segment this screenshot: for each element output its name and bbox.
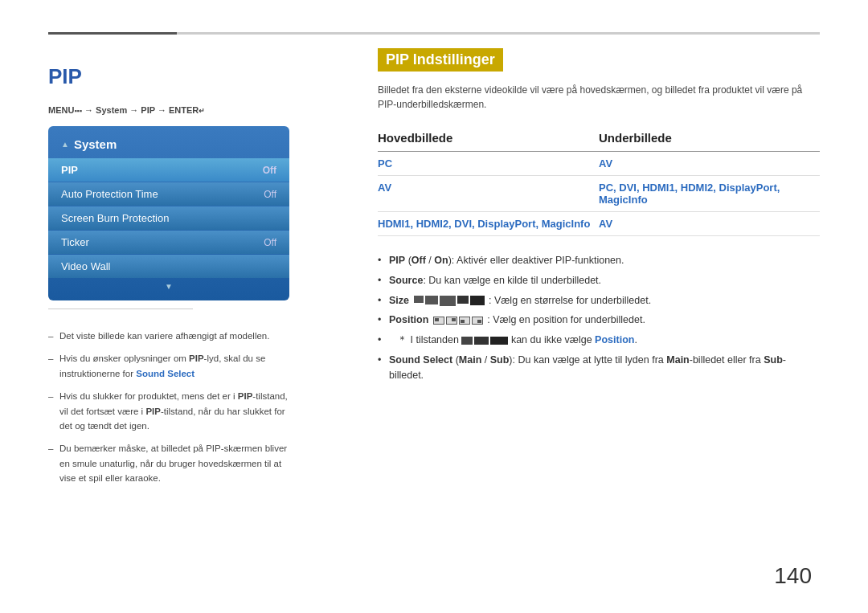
system-menu-title: System [48, 133, 289, 157]
table-row: AV PC, DVI, HDMI1, HDMI2, DisplayPort, M… [378, 176, 820, 212]
pip-bullets: PIP (Off / On): Aktivér eller deaktiver … [378, 251, 820, 385]
table-cell-main-2: AV [378, 176, 599, 212]
full-icon-3 [490, 337, 508, 345]
size-icon-2 [425, 296, 438, 304]
table-row: PC AV [378, 152, 820, 176]
full-icon-2 [474, 337, 489, 345]
menu-item-auto-protection-value: Off [264, 189, 276, 200]
pos-icon-tr [446, 317, 457, 325]
bullet-sound-select: Sound Select (Main / Sub): Du kan vælge … [378, 350, 820, 386]
menu-item-auto-protection[interactable]: Auto Protection Time Off [48, 182, 289, 206]
table-cell-main-3: HDMI1, HDMI2, DVI, DisplayPort, MagicInf… [378, 212, 599, 236]
note-item-3: Hvis du slukker for produktet, mens det … [48, 389, 297, 433]
menu-item-video-wall-label: Video Wall [61, 260, 110, 272]
menu-item-video-wall[interactable]: Video Wall [48, 255, 289, 278]
system-menu-box: System PIP Off Auto Protection Time Off … [48, 126, 289, 300]
menu-item-pip-label: PIP [61, 164, 78, 176]
table-header-sub: Underbillede [599, 126, 820, 152]
menu-item-screen-burn[interactable]: Screen Burn Protection [48, 206, 289, 230]
table-cell-sub-2: PC, DVI, HDMI1, HDMI2, DisplayPort, Magi… [599, 176, 820, 212]
size-icon-3 [440, 296, 456, 306]
top-decorative-bar [48, 32, 820, 35]
menu-item-ticker-label: Ticker [61, 236, 89, 248]
size-icons [414, 296, 485, 306]
full-icon-1 [461, 337, 473, 345]
left-column: PIP MENU▪▪▪ → System → PIP → ENTER↵ Syst… [48, 48, 338, 494]
table-header-main: Hovedbillede [378, 126, 599, 152]
pip-table: Hovedbillede Underbillede PC AV AV PC, D… [378, 126, 820, 236]
menu-item-screen-burn-label: Screen Burn Protection [61, 212, 169, 224]
size-icon-4 [457, 296, 469, 304]
bullet-pip-onoff: PIP (Off / On): Aktivér eller deaktiver … [378, 251, 820, 271]
bullet-position-note: ＊ I tilstanden kan du ikke vælge Positio… [378, 330, 820, 350]
pip-description: Billedet fra den eksterne videokilde vil… [378, 83, 820, 112]
size-icon-1 [414, 296, 424, 303]
note-item-2: Hvis du ønsker oplysninger om PIP-lyd, s… [48, 351, 297, 381]
position-icons [433, 317, 483, 325]
table-cell-sub-3: AV [599, 212, 820, 236]
menu-path: MENU▪▪▪ → System → PIP → ENTER↵ [48, 105, 338, 115]
table-row: HDMI1, HDMI2, DVI, DisplayPort, MagicInf… [378, 212, 820, 236]
menu-item-ticker-value: Off [264, 237, 276, 248]
pos-icon-bl [459, 317, 470, 325]
pos-icon-tl [433, 317, 444, 325]
bullet-source: Source: Du kan vælge en kilde til underb… [378, 271, 820, 291]
pip-settings-title: PIP Indstillinger [378, 48, 503, 72]
menu-item-pip-value: Off [263, 165, 276, 176]
notes-section: Det viste billede kan variere afhængigt … [48, 329, 297, 486]
note-item-4: Du bemærker måske, at billedet på PIP-sk… [48, 441, 297, 485]
menu-item-ticker[interactable]: Ticker Off [48, 231, 289, 254]
full-size-icons [461, 337, 508, 345]
top-bar-accent [48, 32, 177, 35]
menu-item-pip[interactable]: PIP Off [48, 158, 289, 182]
bullet-size: Size : Vælg en størrelse for underbilled… [378, 291, 820, 311]
size-icon-5 [470, 296, 485, 305]
page-number: 140 [774, 563, 812, 589]
note-item-1: Det viste billede kan variere afhængigt … [48, 329, 297, 343]
menu-scroll-down-icon: ▼ [48, 279, 289, 294]
right-column: PIP Indstillinger Billedet fra den ekste… [378, 48, 820, 385]
pos-icon-br [472, 317, 483, 325]
table-cell-main-1: PC [378, 152, 599, 176]
bullet-position: Position : Vælg en position for underbil… [378, 310, 820, 330]
page-title: PIP [48, 64, 338, 89]
table-cell-sub-1: AV [599, 152, 820, 176]
note-divider [48, 309, 193, 309]
menu-item-auto-protection-label: Auto Protection Time [61, 188, 158, 200]
